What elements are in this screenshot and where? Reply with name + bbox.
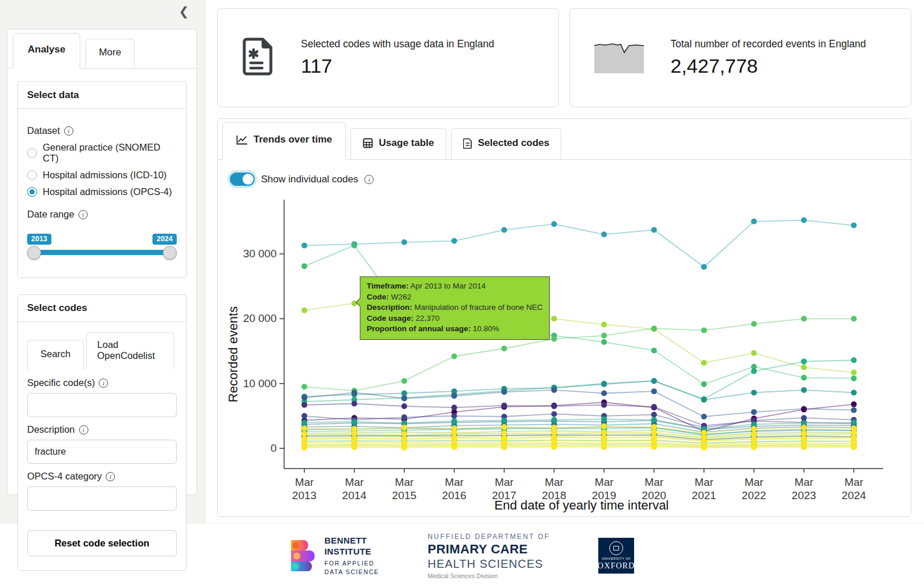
data-point[interactable] (851, 376, 857, 381)
data-point[interactable] (701, 397, 707, 403)
description-input[interactable] (27, 440, 177, 464)
data-point[interactable] (851, 407, 857, 413)
data-point[interactable] (851, 444, 857, 450)
specific-codes-input[interactable] (27, 393, 177, 417)
radio-hospital-icd10[interactable]: Hospital admissions (ICD-10) (27, 170, 177, 181)
data-point[interactable] (452, 413, 457, 419)
data-point[interactable] (701, 328, 707, 334)
data-point[interactable] (452, 418, 457, 424)
data-point[interactable] (401, 445, 407, 451)
data-point[interactable] (701, 264, 707, 269)
opcs4-category-input[interactable] (27, 486, 177, 511)
data-point[interactable] (751, 426, 757, 432)
data-point[interactable] (801, 375, 807, 381)
data-point[interactable] (501, 389, 507, 395)
data-point[interactable] (552, 316, 557, 321)
data-point[interactable] (751, 368, 757, 374)
data-point[interactable] (851, 316, 857, 321)
data-point[interactable] (601, 333, 607, 339)
data-point[interactable] (501, 346, 507, 351)
data-point[interactable] (501, 424, 507, 430)
data-point[interactable] (301, 420, 307, 425)
data-point[interactable] (851, 223, 857, 229)
data-point[interactable] (301, 413, 307, 419)
data-point[interactable] (301, 308, 307, 313)
data-point[interactable] (552, 221, 557, 227)
data-point[interactable] (501, 227, 507, 233)
data-point[interactable] (651, 444, 657, 450)
data-point[interactable] (352, 444, 357, 450)
data-point[interactable] (601, 339, 607, 345)
data-point[interactable] (651, 325, 657, 331)
data-point[interactable] (552, 444, 557, 450)
data-point[interactable] (751, 350, 757, 356)
show-individual-codes-toggle[interactable] (230, 173, 255, 186)
data-point[interactable] (801, 358, 807, 364)
data-point[interactable] (601, 402, 607, 408)
radio-hospital-opcs4[interactable]: Hospital admissions (OPCS-4) (27, 186, 177, 197)
data-point[interactable] (851, 370, 857, 376)
data-point[interactable] (801, 316, 807, 321)
description-info-icon[interactable]: i (79, 425, 88, 435)
data-point[interactable] (701, 360, 707, 366)
data-point[interactable] (651, 388, 657, 394)
data-point[interactable] (801, 218, 807, 223)
data-point[interactable] (751, 321, 757, 327)
data-point[interactable] (601, 416, 607, 422)
data-point[interactable] (301, 263, 307, 269)
radio-general-practice[interactable]: General practice (SNOMED CT) (27, 142, 177, 164)
data-point[interactable] (801, 425, 807, 430)
slider-handle-min[interactable] (27, 246, 41, 260)
data-point[interactable] (801, 407, 807, 413)
data-point[interactable] (651, 417, 657, 423)
data-point[interactable] (401, 239, 407, 245)
data-point[interactable] (801, 444, 807, 450)
data-point[interactable] (352, 400, 357, 406)
data-point[interactable] (401, 378, 407, 384)
data-point[interactable] (352, 389, 357, 395)
data-point[interactable] (401, 391, 407, 396)
slider-track[interactable] (33, 250, 170, 255)
data-point[interactable] (751, 444, 757, 450)
data-point[interactable] (352, 242, 357, 248)
data-point[interactable] (552, 403, 557, 409)
data-point[interactable] (552, 336, 557, 342)
data-point[interactable] (452, 238, 457, 244)
data-point[interactable] (601, 381, 607, 387)
data-point[interactable] (452, 444, 457, 450)
toggle-info-icon[interactable]: i (364, 175, 374, 184)
data-point[interactable] (301, 395, 307, 400)
data-point[interactable] (401, 414, 407, 420)
data-point[interactable] (851, 402, 857, 407)
specific-codes-info-icon[interactable]: i (99, 379, 108, 388)
dataset-info-icon[interactable]: i (64, 126, 73, 136)
data-point[interactable] (501, 403, 507, 409)
data-point[interactable] (651, 227, 657, 233)
data-point[interactable] (501, 418, 507, 424)
opcs4-category-info-icon[interactable]: i (106, 472, 115, 481)
data-point[interactable] (751, 409, 757, 415)
data-point[interactable] (301, 242, 307, 248)
data-point[interactable] (452, 353, 457, 359)
data-point[interactable] (452, 405, 457, 410)
data-point[interactable] (851, 420, 857, 425)
data-point[interactable] (301, 425, 307, 431)
data-point[interactable] (751, 389, 757, 395)
data-point[interactable] (651, 404, 657, 410)
tab-analyse[interactable]: Analyse (13, 33, 80, 69)
data-point[interactable] (701, 414, 707, 420)
data-point[interactable] (801, 365, 807, 370)
data-point[interactable] (851, 389, 857, 395)
data-point[interactable] (401, 403, 407, 409)
tab-load-opencodelist[interactable]: Load OpenCodelist (86, 332, 174, 369)
tab-trends-over-time[interactable]: Trends over time (222, 122, 346, 160)
data-point[interactable] (601, 424, 607, 429)
tab-selected-codes[interactable]: Selected codes (451, 128, 562, 159)
reset-code-selection-button[interactable]: Reset code selection (27, 530, 177, 556)
data-point[interactable] (301, 384, 307, 389)
data-point[interactable] (701, 445, 707, 451)
data-point[interactable] (401, 396, 407, 402)
data-point[interactable] (301, 445, 307, 451)
data-point[interactable] (301, 402, 307, 408)
data-point[interactable] (601, 444, 607, 450)
